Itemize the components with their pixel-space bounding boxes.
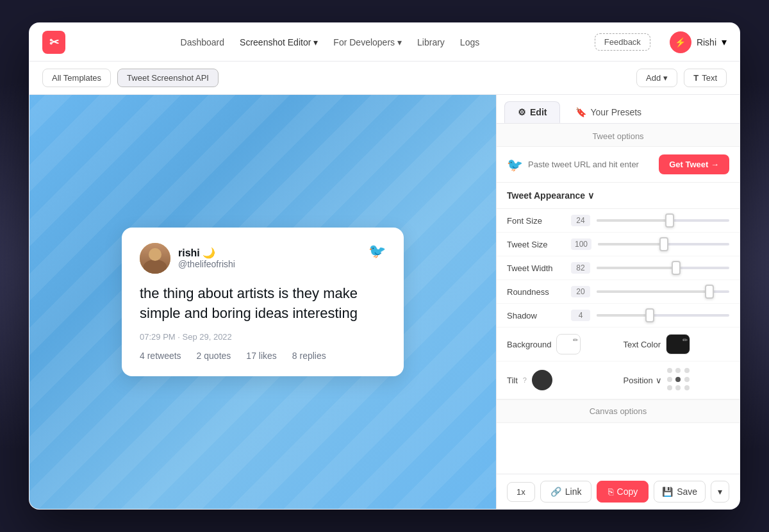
- roundness-value: 20: [571, 286, 590, 297]
- tweet-width-row: Tweet Width 82: [497, 256, 740, 280]
- background-label: Background: [507, 340, 551, 349]
- text-color-item: Text Color ✏: [624, 334, 730, 354]
- chevron-down-icon: ∨: [656, 376, 662, 385]
- feedback-button[interactable]: Feedback: [595, 33, 650, 51]
- text-button[interactable]: T Text: [684, 69, 727, 87]
- tweet-width-label: Tweet Width: [507, 263, 565, 273]
- position-grid[interactable]: [667, 368, 691, 392]
- panel-tabs: ⚙ Edit 🔖 Your Presets: [497, 95, 740, 124]
- twitter-icon: 🐦: [507, 157, 523, 172]
- save-icon: 💾: [662, 486, 673, 497]
- tweet-api-button[interactable]: Tweet Screenshot API: [117, 69, 219, 87]
- nav-screenshot-editor[interactable]: Screenshot Editor ▾: [240, 37, 318, 47]
- tweet-size-label: Tweet Size: [507, 240, 565, 249]
- save-button[interactable]: 💾 Save: [654, 481, 706, 503]
- roundness-slider[interactable]: [597, 285, 729, 298]
- tweet-user-details: rishi 🌙 @thelifeofrishi: [178, 247, 235, 269]
- nav-logs[interactable]: Logs: [460, 37, 479, 47]
- avatar: ⚡: [670, 31, 691, 53]
- chevron-down-icon: ▾: [397, 37, 402, 47]
- appearance-toggle[interactable]: Tweet Appearance ∨: [507, 190, 729, 201]
- nav-for-developers[interactable]: For Developers ▾: [333, 37, 402, 47]
- roundness-row: Roundness 20: [497, 280, 740, 304]
- app-logo[interactable]: ✂: [42, 31, 65, 54]
- text-color-label: Text Color: [624, 340, 661, 349]
- position-dot-6[interactable]: [684, 377, 690, 382]
- font-size-label: Font Size: [507, 216, 565, 226]
- panel-body: Tweet options 🐦 Get Tweet → Tweet Appear…: [497, 124, 740, 474]
- retweets-stat: 4 retweets: [140, 351, 181, 361]
- chevron-down-icon: ▾: [722, 36, 727, 48]
- position-dot-8[interactable]: [675, 385, 681, 390]
- position-dot-2[interactable]: [675, 368, 681, 373]
- edit-tab[interactable]: ⚙ Edit: [504, 101, 560, 123]
- all-templates-button[interactable]: All Templates: [42, 69, 111, 87]
- add-button[interactable]: Add ▾: [636, 69, 677, 87]
- app-window: ✂ Dashboard Screenshot Editor ▾ For Deve…: [29, 22, 740, 510]
- bookmark-icon: 🔖: [575, 107, 586, 117]
- tweet-stats: 4 retweets 2 quotes 17 likes 8 replies: [140, 351, 386, 361]
- link-icon: 🔗: [550, 486, 561, 497]
- user-name: Rishi: [697, 37, 716, 47]
- tweet-size-row: Tweet Size 100: [497, 233, 740, 256]
- position-dot-3[interactable]: [684, 368, 690, 373]
- text-icon: T: [693, 73, 699, 83]
- get-tweet-button[interactable]: Get Tweet →: [659, 154, 729, 174]
- edit-icon: ✏: [573, 337, 578, 344]
- tweet-url-input[interactable]: [528, 160, 654, 169]
- main-content: rishi 🌙 @thelifeofrishi 🐦 the thing abou…: [29, 95, 740, 509]
- color-row: Background ✏ Text Color ✏: [497, 328, 740, 362]
- position-dot-7[interactable]: [667, 385, 672, 390]
- link-button[interactable]: 🔗 Link: [540, 481, 592, 503]
- tweet-width-value: 82: [571, 262, 590, 274]
- more-options-button[interactable]: ▾: [711, 481, 729, 503]
- position-dot-9[interactable]: [684, 385, 690, 390]
- canvas-background[interactable]: rishi 🌙 @thelifeofrishi 🐦 the thing abou…: [29, 95, 496, 509]
- tweet-timestamp: 07:29 PM · Sep 29, 2022: [140, 332, 386, 342]
- tilt-control[interactable]: [532, 370, 552, 390]
- tilt-position-row: Tilt ? Position ∨: [497, 362, 740, 399]
- tweet-size-value: 100: [571, 238, 591, 250]
- position-dot-1[interactable]: [667, 368, 672, 373]
- tilt-help-icon: ?: [523, 376, 527, 384]
- position-dot-4[interactable]: [667, 377, 672, 382]
- chevron-down-icon: ∨: [588, 190, 594, 201]
- quotes-stat: 2 quotes: [197, 351, 231, 361]
- position-label[interactable]: Position ∨: [624, 376, 662, 385]
- likes-stat: 17 likes: [246, 351, 276, 361]
- bottom-bar: 1x 🔗 Link ⎘ Copy 💾 Save ▾: [497, 474, 740, 509]
- avatar-image: [140, 243, 170, 274]
- copy-icon: ⎘: [608, 486, 613, 497]
- tweet-text: the thing about artists is they make sim…: [140, 284, 386, 324]
- user-menu[interactable]: ⚡ Rishi ▾: [670, 31, 727, 53]
- navbar: ✂ Dashboard Screenshot Editor ▾ For Deve…: [29, 23, 740, 62]
- scale-button[interactable]: 1x: [507, 482, 535, 502]
- twitter-icon: 🐦: [368, 243, 386, 260]
- nav-library[interactable]: Library: [417, 37, 445, 47]
- tweet-card: rishi 🌙 @thelifeofrishi 🐦 the thing abou…: [122, 228, 404, 377]
- text-color-swatch[interactable]: ✏: [666, 334, 690, 354]
- copy-button[interactable]: ⎘ Copy: [597, 481, 649, 503]
- toolbar: All Templates Tweet Screenshot API Add ▾…: [29, 62, 740, 95]
- tweet-url-row: 🐦 Get Tweet →: [497, 147, 740, 183]
- chevron-down-icon: ▾: [313, 37, 318, 47]
- tweet-header: rishi 🌙 @thelifeofrishi 🐦: [140, 243, 386, 274]
- tilt-item: Tilt ?: [507, 370, 613, 390]
- chevron-down-icon: ▾: [663, 73, 668, 83]
- right-panel: ⚙ Edit 🔖 Your Presets Tweet options 🐦 Ge…: [496, 95, 740, 509]
- shadow-label: Shadow: [507, 311, 565, 320]
- canvas-area: rishi 🌙 @thelifeofrishi 🐦 the thing abou…: [29, 95, 496, 509]
- presets-tab[interactable]: 🔖 Your Presets: [563, 101, 654, 123]
- canvas-options-header: Canvas options: [497, 399, 740, 423]
- background-color-swatch[interactable]: ✏: [556, 334, 581, 354]
- nav-dashboard[interactable]: Dashboard: [181, 37, 225, 47]
- tweet-size-slider[interactable]: [598, 238, 729, 251]
- font-size-slider[interactable]: [597, 214, 729, 227]
- shadow-row: Shadow 4: [497, 304, 740, 328]
- tweet-width-slider[interactable]: [597, 262, 729, 274]
- appearance-section: Tweet Appearance ∨: [497, 183, 740, 209]
- position-dot-5[interactable]: [675, 377, 681, 382]
- replies-stat: 8 replies: [292, 351, 326, 361]
- nav-links: Dashboard Screenshot Editor ▾ For Develo…: [85, 37, 575, 47]
- shadow-slider[interactable]: [597, 309, 729, 322]
